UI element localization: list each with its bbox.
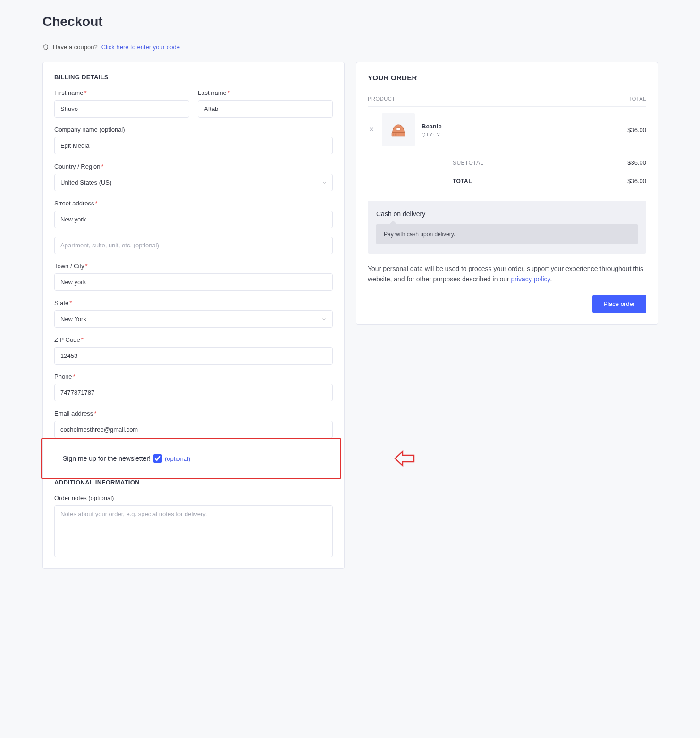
newsletter-optional: (optional) bbox=[165, 455, 190, 462]
order-header-row: PRODUCT TOTAL bbox=[368, 96, 646, 107]
subtotal-label: SUBTOTAL bbox=[368, 160, 627, 166]
city-label: Town / City* bbox=[54, 263, 333, 270]
last-name-input[interactable] bbox=[198, 100, 333, 118]
street-label: Street address* bbox=[54, 200, 333, 207]
order-notes-label: Order notes (optional) bbox=[54, 494, 333, 501]
place-order-button[interactable]: Place order bbox=[592, 295, 646, 313]
your-order-heading: YOUR ORDER bbox=[368, 74, 646, 82]
billing-heading: BILLING DETAILS bbox=[54, 74, 333, 81]
product-name: Beanie bbox=[422, 123, 442, 130]
product-thumbnail bbox=[382, 113, 415, 146]
phone-label: Phone* bbox=[54, 373, 333, 380]
product-price: $36.00 bbox=[627, 127, 646, 134]
coupon-banner: Have a coupon? Click here to enter your … bbox=[42, 43, 658, 51]
payment-method-title: Cash on delivery bbox=[376, 210, 638, 218]
country-select[interactable]: United States (US) bbox=[54, 174, 333, 191]
billing-card: BILLING DETAILS First name* Last name* C… bbox=[42, 62, 345, 569]
annotation-highlight: Sign me up for the newsletter! (optional… bbox=[41, 438, 341, 479]
coupon-prompt: Have a coupon? bbox=[53, 43, 98, 51]
street-input[interactable] bbox=[54, 211, 333, 228]
newsletter-checkbox[interactable] bbox=[153, 454, 162, 463]
first-name-label: First name* bbox=[54, 89, 189, 96]
order-card: YOUR ORDER PRODUCT TOTAL bbox=[356, 62, 658, 325]
company-label: Company name (optional) bbox=[54, 126, 333, 133]
page-title: Checkout bbox=[42, 14, 658, 29]
privacy-text: Your personal data will be used to proce… bbox=[368, 264, 646, 284]
email-input[interactable] bbox=[54, 421, 333, 438]
email-label: Email address* bbox=[54, 410, 333, 417]
subtotal-value: $36.00 bbox=[627, 159, 646, 166]
order-item-row: Beanie QTY:2 $36.00 bbox=[368, 107, 646, 153]
shield-icon bbox=[42, 44, 49, 51]
state-label: State* bbox=[54, 299, 333, 306]
privacy-policy-link[interactable]: privacy policy bbox=[511, 275, 550, 283]
company-input[interactable] bbox=[54, 137, 333, 154]
total-value: $36.00 bbox=[627, 178, 646, 185]
country-label: Country / Region* bbox=[54, 163, 333, 170]
annotation-arrow-icon bbox=[394, 450, 415, 467]
order-notes-input[interactable] bbox=[54, 505, 333, 557]
svg-rect-9 bbox=[396, 128, 400, 131]
total-col-label: TOTAL bbox=[629, 96, 646, 102]
payment-method-desc: Pay with cash upon delivery. bbox=[376, 224, 638, 244]
product-qty: QTY:2 bbox=[422, 132, 442, 137]
close-icon bbox=[369, 127, 374, 132]
first-name-input[interactable] bbox=[54, 100, 189, 118]
additional-heading: ADDITIONAL INFORMATION bbox=[54, 479, 333, 486]
last-name-label: Last name* bbox=[198, 89, 333, 96]
payment-method-box: Cash on delivery Pay with cash upon deli… bbox=[368, 201, 646, 254]
product-col-label: PRODUCT bbox=[368, 96, 396, 102]
zip-input[interactable] bbox=[54, 347, 333, 365]
coupon-link[interactable]: Click here to enter your code bbox=[101, 43, 180, 51]
state-select[interactable]: New York bbox=[54, 310, 333, 328]
city-input[interactable] bbox=[54, 273, 333, 291]
beanie-icon bbox=[388, 119, 409, 140]
total-label: TOTAL bbox=[368, 178, 627, 185]
street2-input[interactable] bbox=[54, 237, 333, 254]
zip-label: ZIP Code* bbox=[54, 336, 333, 343]
remove-item-button[interactable] bbox=[368, 126, 375, 134]
phone-input[interactable] bbox=[54, 384, 333, 401]
newsletter-label: Sign me up for the newsletter! bbox=[63, 455, 151, 462]
